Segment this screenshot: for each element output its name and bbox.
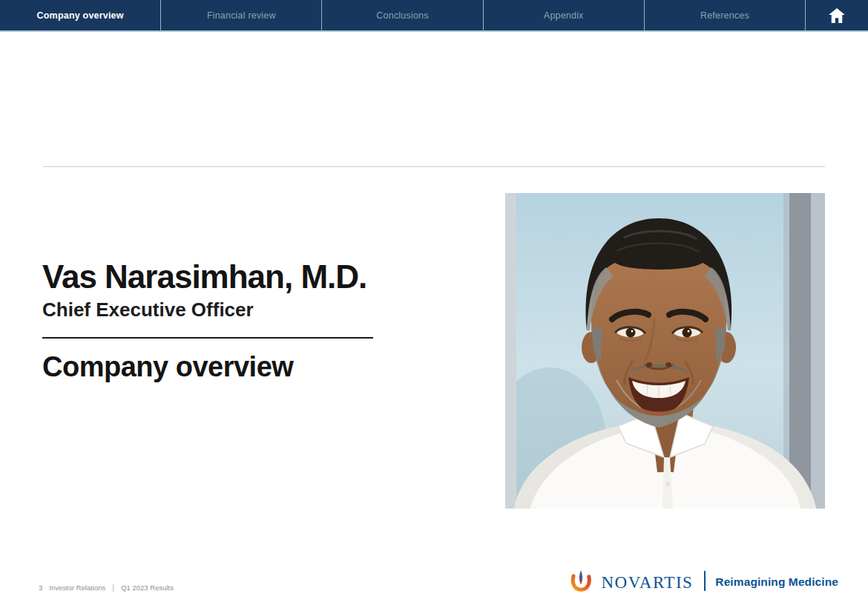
- slide: { "nav": { "tabs": [ {"label": "Company …: [0, 0, 868, 614]
- page-number: 3: [39, 584, 42, 592]
- tab-appendix[interactable]: Appendix: [484, 0, 645, 30]
- footer-left: 3 Investor Relations | Q1 2023 Results: [39, 583, 174, 592]
- footer-department: Investor Relations: [49, 584, 105, 592]
- title-rule-line: [42, 337, 373, 339]
- novartis-logo: NOVARTIS Reimagining Medicine: [570, 569, 838, 593]
- tab-conclusions[interactable]: Conclusions: [322, 0, 483, 30]
- tab-label: Financial review: [207, 10, 276, 21]
- speaker-name: Vas Narasimhan, M.D.: [42, 261, 366, 293]
- brand-tagline: Reimagining Medicine: [715, 573, 838, 589]
- brand-divider-bar: [704, 571, 706, 591]
- tab-financial-review[interactable]: Financial review: [161, 0, 322, 30]
- tab-label: References: [700, 10, 749, 21]
- slide-nav: Company overview Financial review Conclu…: [0, 0, 868, 32]
- novartis-flame-icon: [570, 569, 592, 593]
- home-button[interactable]: [806, 0, 868, 30]
- tab-label: Conclusions: [376, 10, 428, 21]
- footer-separator: |: [112, 583, 114, 592]
- ceo-portrait-illustration: [505, 193, 825, 509]
- section-title: Company overview: [42, 353, 293, 381]
- tab-label: Appendix: [544, 10, 584, 21]
- tab-references[interactable]: References: [645, 0, 806, 30]
- ceo-portrait-photo: [505, 193, 825, 509]
- footer-event: Q1 2023 Results: [121, 584, 174, 592]
- tab-company-overview[interactable]: Company overview: [0, 0, 161, 30]
- speaker-title: Chief Executive Officer: [42, 300, 254, 319]
- novartis-wordmark: NOVARTIS: [601, 571, 693, 591]
- tab-label: Company overview: [37, 10, 124, 21]
- content-divider-line: [43, 166, 825, 167]
- home-icon: [829, 8, 845, 23]
